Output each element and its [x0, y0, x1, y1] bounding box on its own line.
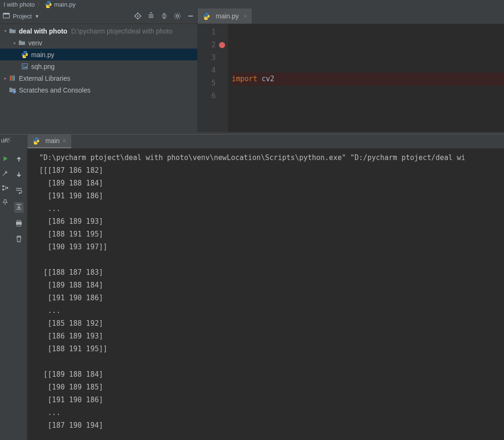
- scratches-icon: [8, 86, 16, 94]
- editor: main.py × 1 2 3 4 5 6 import cv2 #💡读取: [198, 8, 504, 132]
- tab-label: main.py: [216, 12, 239, 20]
- run-panel: un: main × "D:\pycharm ptoject\deal with…: [0, 134, 504, 440]
- breakpoint-icon[interactable]: [219, 42, 225, 48]
- project-header: Project ▼: [0, 8, 197, 24]
- file-label: sqh.png: [31, 63, 55, 70]
- svg-rect-1: [3, 13, 9, 15]
- run-label: un:: [0, 135, 10, 146]
- python-file-icon: [45, 0, 52, 8]
- breadcrumb-part[interactable]: l with photo: [4, 1, 35, 8]
- library-icon: [8, 75, 16, 82]
- svg-point-13: [176, 15, 179, 17]
- scratches-label: Scratches and Consoles: [19, 86, 91, 94]
- line-number[interactable]: 5: [198, 77, 216, 90]
- svg-rect-24: [17, 220, 21, 222]
- svg-rect-23: [7, 187, 8, 189]
- down-arrow-icon[interactable]: [15, 171, 23, 180]
- tree-file-sqh[interactable]: sqh.png: [0, 60, 197, 72]
- chevron-right-icon[interactable]: ▸: [2, 76, 8, 81]
- pin-icon[interactable]: [2, 199, 8, 207]
- breadcrumb: l with photo 〉 main.py: [0, 0, 504, 8]
- code-content[interactable]: import cv2 #💡读取图像 img = cv2.imread("sqh.…: [228, 24, 504, 132]
- project-sidebar: Project ▼ ▾ deal with photo D:\pycharm p…: [0, 8, 198, 132]
- run-icon[interactable]: [2, 155, 8, 163]
- tree-folder-venv[interactable]: ▸ venv: [0, 37, 197, 49]
- breadcrumb-file[interactable]: main.py: [54, 1, 76, 8]
- svg-rect-22: [2, 189, 4, 191]
- chevron-right-icon[interactable]: ▸: [11, 40, 18, 45]
- svg-rect-15: [22, 64, 27, 69]
- tree-file-main[interactable]: main.py: [0, 49, 197, 60]
- python-file-icon: [202, 12, 210, 20]
- ext-lib-label: External Libraries: [19, 75, 70, 82]
- expand-all-icon[interactable]: [147, 12, 155, 20]
- svg-rect-21: [2, 186, 4, 187]
- close-icon[interactable]: ×: [62, 137, 66, 144]
- run-toolbar: [10, 135, 27, 440]
- folder-label: venv: [28, 39, 42, 47]
- code-area[interactable]: 1 2 3 4 5 6 import cv2 #💡读取图像 img = cv2.…: [198, 24, 504, 132]
- line-number[interactable]: 4: [198, 64, 216, 77]
- breadcrumb-separator: 〉: [37, 0, 43, 8]
- gutter[interactable]: 1 2 3 4 5 6: [198, 24, 228, 132]
- wrench-icon[interactable]: [2, 170, 8, 178]
- line-number[interactable]: 1: [198, 26, 216, 39]
- up-arrow-icon[interactable]: [15, 155, 23, 164]
- svg-rect-17: [9, 76, 11, 81]
- svg-point-16: [23, 65, 24, 66]
- tree-external-libs[interactable]: ▸ External Libraries: [0, 72, 197, 84]
- chevron-down-icon[interactable]: ▾: [2, 28, 8, 34]
- gear-icon[interactable]: [174, 12, 181, 20]
- console-output[interactable]: "D:\pycharm ptoject\deal with photo\venv…: [27, 149, 504, 440]
- folder-icon: [8, 27, 16, 35]
- svg-rect-18: [11, 76, 13, 81]
- project-label[interactable]: Project: [13, 13, 32, 20]
- line-number[interactable]: 2: [198, 39, 216, 51]
- runtab-label: main: [45, 137, 59, 144]
- line-number[interactable]: 6: [198, 90, 216, 102]
- folder-icon: [18, 39, 25, 47]
- python-file-icon: [32, 137, 40, 144]
- project-root-name: deal with photo: [19, 27, 67, 35]
- tab-main[interactable]: main.py ×: [198, 8, 252, 24]
- structure-icon[interactable]: [2, 185, 8, 193]
- tree-scratches[interactable]: Scratches and Consoles: [0, 84, 197, 96]
- print-icon[interactable]: [15, 220, 23, 228]
- editor-tabs: main.py ×: [198, 8, 504, 24]
- delete-icon[interactable]: [15, 235, 23, 244]
- close-icon[interactable]: ×: [244, 13, 247, 20]
- run-left-strip: [0, 135, 10, 440]
- python-file-icon: [21, 51, 28, 59]
- project-tree: ▾ deal with photo D:\pycharm ptoject\dea…: [0, 24, 197, 96]
- run-tabs: un: main ×: [27, 135, 504, 149]
- image-file-icon: [21, 63, 28, 70]
- svg-rect-19: [13, 76, 15, 81]
- project-dropdown-icon[interactable]: ▼: [34, 14, 39, 19]
- file-label: main.py: [31, 51, 54, 59]
- scroll-to-end-icon[interactable]: [14, 202, 24, 213]
- hide-icon[interactable]: [187, 12, 194, 20]
- line-number[interactable]: 3: [198, 51, 216, 64]
- project-root-path: D:\pycharm ptoject\deal with photo: [71, 27, 173, 35]
- soft-wrap-icon[interactable]: [15, 186, 23, 195]
- runtab-main[interactable]: main ×: [27, 135, 71, 148]
- collapse-all-icon[interactable]: [160, 12, 168, 20]
- project-icon: [3, 12, 10, 20]
- tree-root[interactable]: ▾ deal with photo D:\pycharm ptoject\dea…: [0, 25, 197, 37]
- locate-icon[interactable]: [134, 12, 142, 20]
- svg-point-3: [137, 16, 139, 17]
